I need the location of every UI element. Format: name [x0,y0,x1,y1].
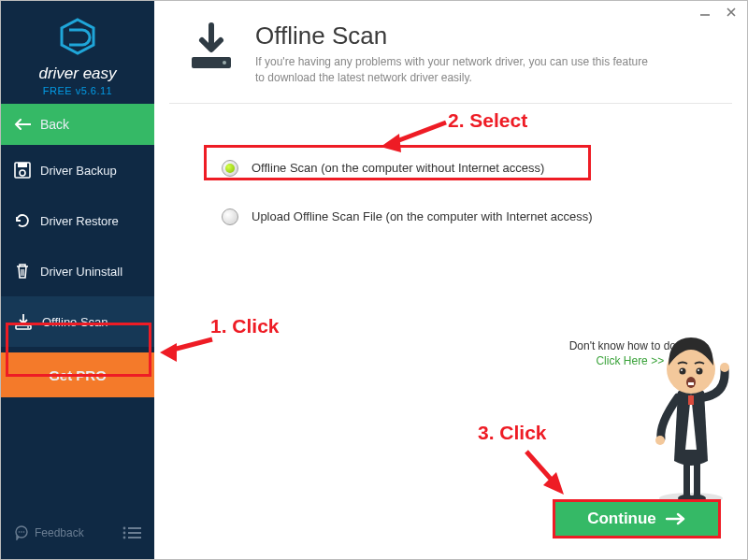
sidebar-item-driver-uninstall[interactable]: Driver Uninstall [1,246,154,296]
feedback-button[interactable]: Feedback [14,525,84,540]
svg-rect-15 [128,537,141,538]
refresh-icon [14,212,31,229]
trash-icon [14,263,31,280]
sidebar-item-offline-scan[interactable]: Offline Scan [1,296,154,347]
page-subtitle: If you're having any problems with your … [255,54,657,86]
sidebar-item-driver-restore[interactable]: Driver Restore [1,195,154,246]
get-pro-button[interactable]: Get PRO [1,352,154,397]
svg-point-17 [223,61,226,65]
window-controls [693,3,743,22]
logo-area: driver easy FREE v5.6.11 [1,1,154,104]
svg-point-27 [680,367,686,374]
save-icon [14,162,31,179]
sidebar-spacer [1,397,154,518]
continue-button[interactable]: Continue [553,499,721,538]
brand-version: FREE v5.6.11 [1,85,154,96]
svg-rect-13 [128,532,141,534]
svg-rect-11 [128,527,141,529]
svg-point-3 [20,170,25,176]
option-offline-scan[interactable]: Offline Scan (on the computer without In… [212,152,554,184]
close-button[interactable] [719,3,743,22]
menu-icon[interactable] [122,526,141,539]
close-icon [726,7,737,18]
brand-name: driver easy [1,65,154,83]
sidebar-footer: Feedback [1,518,154,559]
page-header: Offline Scan If you're having any proble… [154,1,747,103]
sidebar: driver easy FREE v5.6.11 Back Driver Bac… [1,1,154,559]
svg-point-8 [21,531,22,533]
svg-rect-2 [18,163,27,167]
mascot-illustration [650,319,732,506]
minimize-button[interactable] [693,3,717,22]
offline-scan-icon [186,22,237,72]
get-pro-label: Get PRO [49,367,107,383]
svg-point-7 [19,531,21,533]
back-label: Back [40,117,69,132]
svg-point-29 [681,369,683,371]
svg-rect-32 [688,382,694,385]
content: Offline Scan (on the computer without In… [154,104,747,559]
arrow-left-icon [14,119,31,130]
svg-point-28 [697,367,703,374]
app-logo-icon [58,18,97,55]
chat-icon [14,525,29,540]
sidebar-item-label: Driver Uninstall [40,265,122,279]
svg-point-25 [720,363,729,372]
download-icon [14,313,33,330]
sidebar-item-label: Offline Scan [42,315,108,329]
svg-point-5 [27,326,29,328]
page-title: Offline Scan [255,22,657,50]
sidebar-item-driver-backup[interactable]: Driver Backup [1,145,154,195]
svg-point-24 [655,436,665,445]
svg-point-9 [23,531,25,533]
arrow-right-icon [666,512,686,525]
option-label: Upload Offline Scan File (on the compute… [252,209,593,223]
sidebar-item-label: Driver Backup [40,164,117,178]
main-panel: Offline Scan If you're having any proble… [154,1,747,559]
svg-point-10 [123,527,126,530]
option-label: Offline Scan (on the computer without In… [252,161,544,175]
minimize-icon [699,7,711,18]
option-upload-scan[interactable]: Upload Offline Scan File (on the compute… [212,201,602,233]
svg-rect-23 [688,395,694,405]
radio-unselected-icon [222,208,238,225]
svg-point-12 [123,532,126,535]
sidebar-item-label: Driver Restore [40,214,119,228]
back-button[interactable]: Back [1,104,154,145]
radio-selected-icon [222,160,238,177]
feedback-label: Feedback [35,526,84,539]
continue-label: Continue [587,510,656,528]
svg-point-30 [698,369,699,371]
app-window: driver easy FREE v5.6.11 Back Driver Bac… [1,1,747,559]
svg-point-14 [123,537,126,539]
